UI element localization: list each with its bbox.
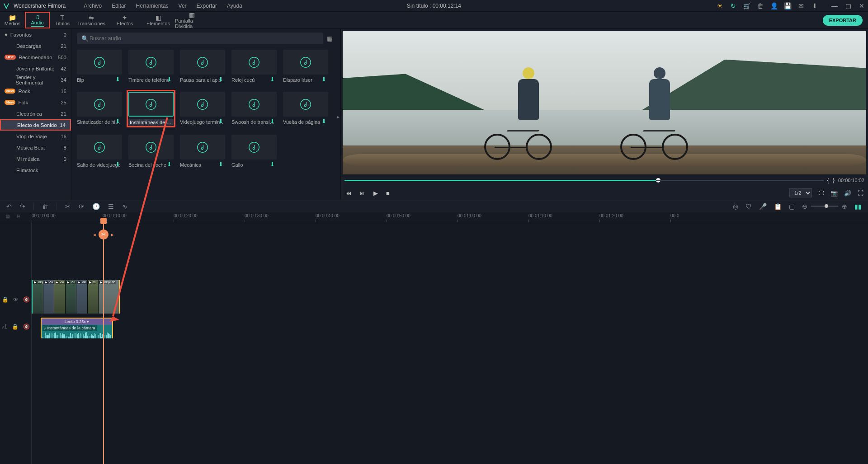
export-button[interactable]: EXPORTAR <box>823 15 863 26</box>
audio-thumb[interactable]: ⬇ <box>77 92 122 117</box>
menu-editar[interactable]: Editar <box>112 3 126 9</box>
audio-thumb[interactable]: ⬇ <box>180 50 225 75</box>
cut-icon[interactable]: ✂ <box>65 203 71 210</box>
mail-icon[interactable]: ✉ <box>797 2 805 9</box>
download-icon[interactable]: ⬇ <box>167 161 172 168</box>
video-clip[interactable]: Via <box>65 280 76 314</box>
volume-icon[interactable]: 🔊 <box>844 190 851 197</box>
audio-wave-icon[interactable]: ∿ <box>122 203 127 210</box>
tab-pantalla-dividida[interactable]: ▥Pantalla Dividida <box>175 12 208 28</box>
sidebar-item-recomendado[interactable]: HOTRecomendado500 <box>0 52 71 63</box>
download-icon[interactable]: ⬇ <box>811 2 818 9</box>
notes-icon[interactable]: 📋 <box>774 203 782 210</box>
maximize-icon[interactable]: ▢ <box>844 2 852 9</box>
tab-medios[interactable]: 📁Medios <box>0 12 25 28</box>
sidebar-item-jóven-y-brillante[interactable]: Jóven y Brillante42 <box>0 63 71 74</box>
search-input[interactable] <box>77 33 323 44</box>
download-icon[interactable]: ⬇ <box>321 76 326 83</box>
audio-item[interactable]: ⬇Mecánica <box>180 135 225 168</box>
audio-item[interactable]: ⬇Sintetizador de histor… <box>77 92 122 126</box>
bracket-out-icon[interactable]: } <box>833 177 835 183</box>
playhead[interactable]: ✂ <box>103 222 104 464</box>
account-icon[interactable]: 👤 <box>770 2 778 9</box>
audio-item[interactable]: ⬇Pausa para el apio <box>180 50 225 83</box>
timeline-menu-icon[interactable]: ▤ <box>5 214 9 219</box>
download-icon[interactable]: ⬇ <box>115 161 120 168</box>
zoom-in-icon[interactable]: ⊕ <box>842 203 847 210</box>
audio-item[interactable]: ⬇Reloj cucú <box>231 50 277 83</box>
sidebar-item-música-beat[interactable]: Música Beat8 <box>0 142 71 153</box>
mute-icon[interactable]: 🔇 <box>23 296 30 303</box>
audio-thumb[interactable] <box>128 92 174 117</box>
sidebar-item-efecto-de-sonido[interactable]: Efecto de Sonido14 <box>0 119 71 131</box>
video-clip[interactable]: Via <box>54 280 65 314</box>
sidebar-item-tender-y-sentimental[interactable]: Tender y Sentimental34 <box>0 74 71 85</box>
sidebar-item-filmstock[interactable]: Filmstock <box>0 164 71 176</box>
audio-item[interactable]: ⬇Gallo <box>231 135 277 168</box>
save-icon[interactable]: 💾 <box>784 2 791 9</box>
audio-clip[interactable]: Lento 0.25x ▾ ♪Instantáneas de la cámara <box>41 318 113 338</box>
audio-thumb[interactable]: ⬇ <box>180 135 225 159</box>
menu-ayuda[interactable]: Ayuda <box>227 3 242 9</box>
download-icon[interactable]: ⬇ <box>270 118 275 125</box>
adjust-icon[interactable]: ☰ <box>108 203 114 210</box>
sun-icon[interactable]: ☀ <box>716 2 723 9</box>
lock-icon[interactable]: 🔒 <box>2 296 9 303</box>
sidebar-item-mi-música[interactable]: Mi música0 <box>0 153 71 164</box>
audio-thumb[interactable]: ⬇ <box>283 50 328 75</box>
audio-item[interactable]: ⬇Vuelta de página <box>283 92 328 126</box>
sidebar-item-electrónica[interactable]: Electrónica21 <box>0 108 71 119</box>
sidebar-item-descargas[interactable]: Descargas21 <box>0 40 71 52</box>
scissors-icon[interactable]: ✂ <box>99 230 108 239</box>
audio-item[interactable]: ⬇Timbre de teléfono <box>128 50 174 83</box>
stop-icon[interactable]: ⏯ <box>359 190 365 197</box>
preview-video[interactable] <box>343 31 866 174</box>
expand-chevron-icon[interactable]: ▸ <box>337 114 340 119</box>
download-icon[interactable]: ⬇ <box>270 76 275 83</box>
audio-item[interactable]: ⬇Videojuego terminado <box>180 92 225 126</box>
fit-icon[interactable]: ▮▮ <box>854 203 862 210</box>
audio-thumb[interactable]: ⬇ <box>283 92 328 117</box>
preview-ratio-select[interactable]: 1/2 <box>789 188 812 197</box>
refresh-icon[interactable]: ↻ <box>730 2 737 9</box>
undo-icon[interactable]: ↶ <box>6 203 12 210</box>
clock-icon[interactable]: 🕐 <box>92 203 100 210</box>
menu-ver[interactable]: Ver <box>179 3 187 9</box>
grid-view-icon[interactable]: ▦ <box>327 35 335 42</box>
sidebar-item-rock[interactable]: NewRock16 <box>0 85 71 97</box>
cart-icon[interactable]: 🛒 <box>743 2 750 9</box>
zoom-out-icon[interactable]: ⊖ <box>802 203 807 210</box>
sidebar-item-favoritos[interactable]: ♥Favoritos0 <box>0 29 71 40</box>
download-icon[interactable]: ⬇ <box>115 118 120 125</box>
sidebar-item-folk[interactable]: NewFolk25 <box>0 97 71 108</box>
tab-audio[interactable]: ♫Audio <box>25 12 50 28</box>
audio-thumb[interactable]: ⬇ <box>128 50 174 75</box>
bracket-in-icon[interactable]: { <box>827 177 829 183</box>
tab-títulos[interactable]: TTítulos <box>50 12 75 28</box>
audio-track-header[interactable]: ♪1 🔒 🔇 <box>0 316 31 337</box>
sidebar-item-vlog-de-viaje[interactable]: Vlog de Viaje16 <box>0 131 71 142</box>
audio-item[interactable]: ⬇Bip <box>77 50 122 83</box>
speed-icon[interactable]: ⟳ <box>79 203 84 210</box>
stop2-icon[interactable]: ■ <box>386 190 390 197</box>
audio-thumb[interactable]: ⬇ <box>77 135 122 159</box>
mic-icon[interactable]: 🎤 <box>759 203 767 210</box>
download-icon[interactable]: ⬇ <box>270 161 275 168</box>
download-icon[interactable]: ⬇ <box>218 161 223 168</box>
redo-icon[interactable]: ↷ <box>20 203 25 210</box>
audio-speed-label[interactable]: Lento 0.25x ▾ <box>42 319 112 325</box>
video-clip[interactable]: Viaje 06 <box>98 280 120 314</box>
menu-exportar[interactable]: Exportar <box>197 3 217 9</box>
video-track-header[interactable]: 🔒 👁 🔇 <box>0 283 31 316</box>
eye-icon[interactable]: 👁 <box>13 296 19 303</box>
video-clip[interactable]: Vi <box>87 280 99 314</box>
close-icon[interactable]: ✕ <box>858 2 865 9</box>
audio-thumb[interactable]: ⬇ <box>128 135 174 159</box>
tab-elementos[interactable]: ◧Elementos <box>142 12 175 28</box>
video-clip[interactable]: Via <box>76 280 87 314</box>
download-icon[interactable]: ⬇ <box>115 76 120 83</box>
video-clip[interactable]: Viaj <box>32 280 43 314</box>
audio-item[interactable]: Instantáneas de la cá… <box>127 90 175 127</box>
download-icon[interactable]: ⬇ <box>167 76 172 83</box>
audio-thumb[interactable]: ⬇ <box>180 92 225 117</box>
